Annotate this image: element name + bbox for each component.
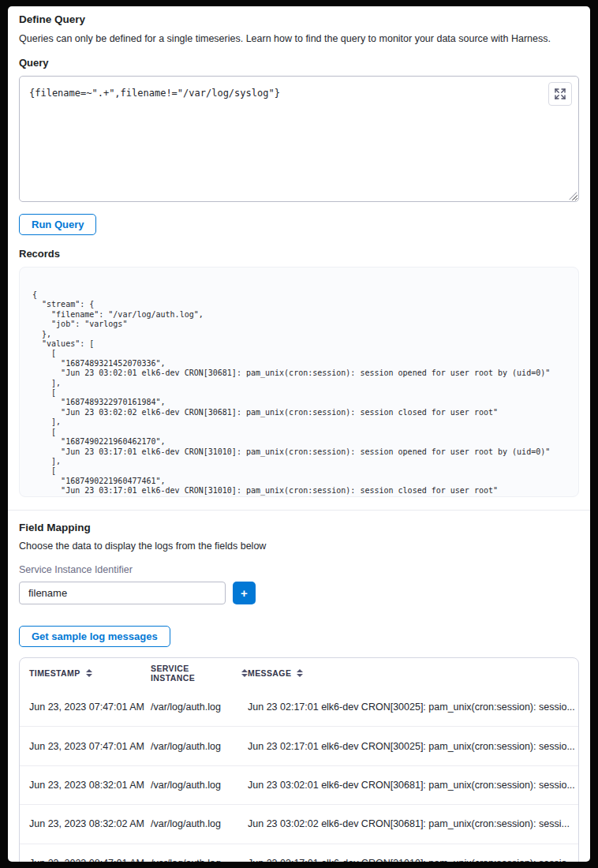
cell-message: Jun 23 03:02:02 elk6-dev CRON[30681]: pa… (248, 818, 578, 829)
column-label: TIMESTAMP (29, 668, 80, 678)
table-row: Jun 23, 2023 08:32:02 AM /var/log/auth.l… (20, 804, 578, 843)
cell-timestamp: Jun 23, 2023 07:47:01 AM (29, 702, 151, 713)
add-field-button[interactable]: + (233, 582, 256, 604)
table-header-row: TIMESTAMP SERVICE INSTANCE MESSAGE (20, 658, 578, 687)
query-label: Query (19, 57, 579, 69)
cell-service-instance: /var/log/auth.log (151, 858, 248, 862)
define-query-title: Define Query (19, 13, 579, 25)
field-mapping-title: Field Mapping (19, 522, 579, 533)
column-header-timestamp[interactable]: TIMESTAMP (29, 668, 151, 678)
cell-timestamp: Jun 23, 2023 08:47:01 AM (29, 858, 151, 862)
table-row: Jun 23, 2023 08:47:01 AM /var/log/auth.l… (20, 844, 578, 862)
records-output[interactable]: { "stream": { "filename": "/var/log/auth… (19, 267, 579, 497)
cell-timestamp: Jun 23, 2023 07:47:01 AM (29, 741, 151, 752)
column-label: SERVICE INSTANCE (151, 664, 236, 683)
service-instance-row: + (19, 582, 579, 604)
cell-message: Jun 23 03:02:01 elk6-dev CRON[30681]: pa… (248, 780, 578, 791)
expand-query-button[interactable] (548, 82, 572, 106)
define-query-section: Define Query Queries can only be defined… (8, 6, 590, 511)
table-row: Jun 23, 2023 07:47:01 AM /var/log/auth.l… (20, 687, 578, 726)
table-row: Jun 23, 2023 08:32:01 AM /var/log/auth.l… (20, 765, 578, 804)
page: Define Query Queries can only be defined… (8, 6, 590, 862)
field-mapping-section: Field Mapping Choose the data to display… (8, 511, 590, 862)
cell-message: Jun 23 02:17:01 elk6-dev CRON[30025]: pa… (248, 741, 578, 752)
cell-service-instance: /var/log/auth.log (151, 702, 248, 713)
table-row: Jun 23, 2023 07:47:01 AM /var/log/auth.l… (20, 726, 578, 765)
sort-icon[interactable] (297, 669, 303, 677)
cell-service-instance: /var/log/auth.log (151, 741, 248, 752)
get-sample-logs-button[interactable]: Get sample log messages (19, 626, 170, 647)
sort-icon[interactable] (241, 669, 248, 677)
column-label: MESSAGE (248, 668, 291, 678)
expand-icon (555, 88, 566, 99)
column-header-service-instance[interactable]: SERVICE INSTANCE (151, 664, 248, 683)
query-input[interactable]: {filename=~".+",filename!="/var/log/sysl… (19, 76, 579, 202)
cell-timestamp: Jun 23, 2023 08:32:01 AM (29, 780, 151, 791)
sample-log-table: TIMESTAMP SERVICE INSTANCE MESSAGE Jun 2… (19, 657, 579, 862)
cell-timestamp: Jun 23, 2023 08:32:02 AM (29, 818, 151, 829)
query-editor: {filename=~".+",filename!="/var/log/sysl… (19, 76, 579, 202)
column-header-message[interactable]: MESSAGE (248, 668, 578, 678)
run-query-button[interactable]: Run Query (19, 214, 96, 235)
service-instance-label: Service Instance Identifier (19, 564, 579, 575)
define-query-description: Queries can only be defined for a single… (19, 33, 579, 44)
records-json: { "stream": { "filename": "/var/log/auth… (20, 268, 578, 496)
cell-message: Jun 23 03:17:01 elk6-dev CRON[31010]: pa… (248, 858, 578, 862)
records-label: Records (19, 248, 579, 260)
service-instance-input[interactable] (19, 582, 226, 604)
cell-service-instance: /var/log/auth.log (151, 780, 248, 791)
sort-icon[interactable] (86, 669, 92, 677)
cell-service-instance: /var/log/auth.log (151, 818, 248, 829)
field-mapping-description: Choose the data to display the logs from… (19, 541, 579, 552)
log-table-body: Jun 23, 2023 07:47:01 AM /var/log/auth.l… (20, 687, 578, 862)
cell-message: Jun 23 02:17:01 elk6-dev CRON[30025]: pa… (248, 702, 578, 713)
